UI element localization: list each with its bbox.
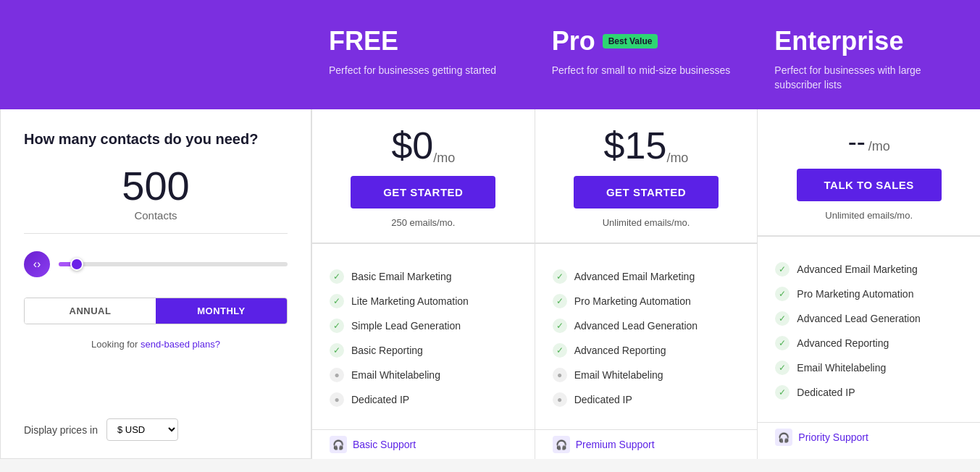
price-value-pro: $15	[604, 127, 667, 164]
divider-enterprise	[758, 236, 980, 237]
feature-item: ✓ Advanced Email Marketing	[553, 264, 740, 289]
price-section-pro: $15 /mo GET STARTED Unlimited emails/mo.	[535, 109, 758, 243]
contacts-question: How many contacts do you need?	[24, 130, 288, 148]
feature-item: ✓ Advanced Lead Generation	[553, 313, 740, 338]
feature-item: ✓ Advanced Lead Generation	[775, 306, 963, 331]
slider-track[interactable]	[59, 262, 288, 266]
check-icon-gray: ●	[330, 368, 344, 382]
annual-toggle-button[interactable]: ANNUAL	[25, 298, 156, 324]
check-icon-green: ✓	[775, 385, 790, 400]
feature-item: ● Email Whitelabeling	[553, 363, 740, 387]
check-icon-green: ✓	[775, 287, 790, 301]
feature-item: ✓ Advanced Reporting	[553, 338, 740, 363]
pro-emails-info: Unlimited emails/mo.	[553, 217, 740, 228]
feature-label: Dedicated IP	[574, 394, 632, 405]
feature-label: Advanced Lead Generation	[574, 320, 698, 332]
currency-select[interactable]: $ USD	[106, 418, 178, 441]
display-prices: Display prices in $ USD	[24, 418, 178, 441]
support-text-pro: Premium Support	[576, 439, 655, 450]
check-icon-gray: ●	[553, 392, 567, 407]
price-amount-free: $0 /mo	[391, 127, 455, 164]
feature-item: ● Dedicated IP	[553, 387, 740, 412]
send-based-text: Looking for send-based plans?	[24, 339, 288, 350]
price-value-enterprise: --	[848, 127, 866, 157]
plan-header-pro: Pro Best Value Perfect for small to mid-…	[535, 14, 758, 109]
feature-label: Advanced Email Marketing	[574, 271, 695, 282]
feature-item: ✓ Lite Marketing Automation	[330, 289, 517, 313]
divider-free	[312, 243, 535, 244]
best-value-badge: Best Value	[603, 34, 658, 49]
send-based-link[interactable]: send-based plans?	[141, 339, 220, 350]
support-row-pro: 🎧 Premium Support	[535, 429, 758, 459]
feature-item: ✓ Email Whitelabeling	[775, 355, 963, 380]
headset-icon: 🎧	[775, 429, 792, 446]
plan-col-enterprise: -- /mo TALK TO SALES Unlimited emails/mo…	[757, 109, 980, 459]
plan-subtitle-enterprise: Perfect for businesses with large subscr…	[774, 64, 963, 92]
check-icon-green: ✓	[553, 343, 567, 358]
feature-label: Email Whitelabeling	[351, 369, 440, 381]
support-text-free: Basic Support	[353, 439, 416, 450]
price-value-free: $0	[391, 127, 433, 164]
left-panel: How many contacts do you need? 500 Conta…	[0, 109, 311, 459]
header-left	[0, 14, 311, 109]
feature-label: Simple Lead Generation	[351, 320, 461, 332]
divider-pro	[535, 243, 758, 244]
check-icon-green: ✓	[330, 319, 344, 333]
billing-toggle: ANNUAL MONTHLY	[24, 298, 288, 324]
feature-item: ✓ Pro Marketing Automation	[553, 289, 740, 313]
check-icon-green: ✓	[553, 294, 567, 308]
slider-left-button[interactable]: ‹›	[24, 251, 50, 277]
feature-label: Advanced Reporting	[797, 337, 889, 349]
check-icon-green: ✓	[775, 311, 790, 326]
contacts-number: 500	[24, 166, 288, 206]
plan-header-free: FREE Perfect for businesses getting star…	[311, 14, 535, 109]
slider-wrapper: ‹›	[24, 251, 288, 277]
features-section-enterprise: ✓ Advanced Email Marketing ✓ Pro Marketi…	[758, 243, 980, 419]
check-icon-green: ✓	[775, 336, 790, 350]
price-per-pro: /mo	[666, 151, 688, 164]
feature-item: ✓ Basic Email Marketing	[330, 264, 517, 289]
free-emails-info: 250 emails/mo.	[330, 217, 517, 228]
plan-title-enterprise: Enterprise	[774, 26, 963, 56]
header-section: FREE Perfect for businesses getting star…	[0, 0, 980, 109]
contacts-label: Contacts	[24, 209, 288, 234]
feature-label: Dedicated IP	[797, 387, 855, 398]
check-icon-green: ✓	[330, 343, 344, 358]
feature-item: ✓ Advanced Email Marketing	[775, 257, 963, 282]
feature-item: ✓ Advanced Reporting	[775, 331, 963, 355]
feature-label: Pro Marketing Automation	[797, 288, 913, 300]
feature-label: Basic Email Marketing	[351, 271, 452, 282]
feature-label: Email Whitelabeling	[797, 362, 886, 374]
feature-label: Email Whitelabeling	[574, 369, 663, 381]
price-amount-pro: $15 /mo	[604, 127, 689, 164]
enterprise-cta-button[interactable]: TALK TO SALES	[797, 169, 942, 201]
chevron-left-icon: ‹›	[33, 258, 41, 271]
features-section-free: ✓ Basic Email Marketing ✓ Lite Marketing…	[312, 250, 535, 426]
feature-item: ● Email Whitelabeling	[330, 363, 517, 387]
plan-col-free: $0 /mo GET STARTED 250 emails/mo. ✓ Basi…	[311, 109, 535, 459]
check-icon-green: ✓	[553, 319, 567, 333]
feature-label: Lite Marketing Automation	[351, 295, 469, 307]
monthly-toggle-button[interactable]: MONTHLY	[156, 298, 287, 324]
plan-subtitle-free: Perfect for businesses getting started	[329, 64, 517, 78]
feature-item: ✓ Dedicated IP	[775, 380, 963, 405]
support-text-enterprise: Priority Support	[798, 431, 868, 443]
feature-item: ✓ Pro Marketing Automation	[775, 282, 963, 306]
feature-label: Basic Reporting	[351, 345, 423, 356]
price-section-enterprise: -- /mo TALK TO SALES Unlimited emails/mo…	[758, 109, 980, 236]
feature-item: ✓ Basic Reporting	[330, 338, 517, 363]
feature-label: Advanced Lead Generation	[797, 313, 920, 324]
plan-header-enterprise: Enterprise Perfect for businesses with l…	[757, 14, 980, 109]
feature-label: Dedicated IP	[351, 394, 409, 405]
display-prices-label: Display prices in	[24, 424, 98, 436]
pro-cta-button[interactable]: GET STARTED	[574, 176, 719, 208]
check-icon-green: ✓	[775, 262, 790, 277]
plan-title-free: FREE	[329, 26, 517, 56]
feature-item: ● Dedicated IP	[330, 387, 517, 412]
price-section-free: $0 /mo GET STARTED 250 emails/mo.	[312, 109, 535, 243]
free-cta-button[interactable]: GET STARTED	[351, 176, 495, 208]
check-icon-green: ✓	[553, 269, 567, 284]
features-section-pro: ✓ Advanced Email Marketing ✓ Pro Marketi…	[535, 250, 758, 426]
slider-thumb	[70, 258, 83, 271]
price-amount-enterprise: -- /mo	[848, 127, 890, 157]
